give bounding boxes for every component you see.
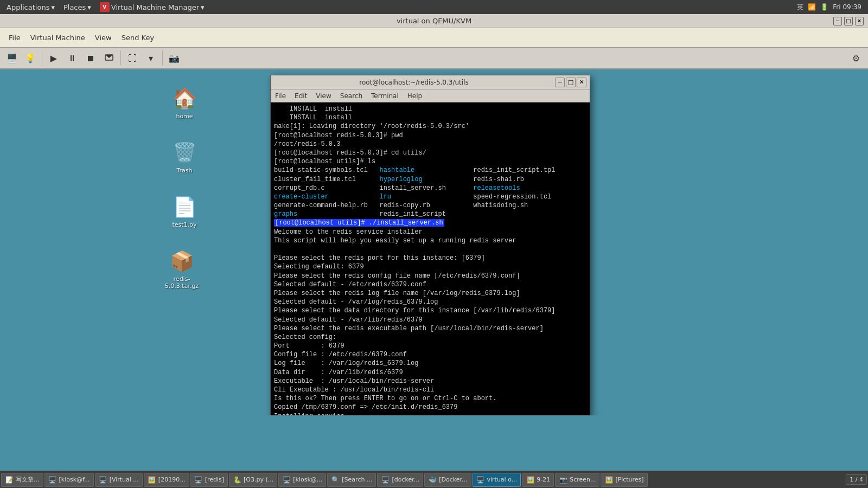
term-view-menu[interactable]: View bbox=[311, 91, 335, 101]
taskbar-item-0[interactable]: 📝 写文章... bbox=[1, 473, 43, 487]
system-menubar: Applications ▾ Places ▾ V Virtual Machin… bbox=[0, 0, 868, 14]
term-ls-3: corrupt_rdb.c install_server.sh releaset… bbox=[274, 184, 586, 192]
taskbar-item-13[interactable]: 🖼️ [Pictures] bbox=[601, 473, 647, 487]
taskbar-label-5: [O3.py (... bbox=[244, 476, 273, 483]
toolbar-separator-3 bbox=[162, 50, 163, 66]
play-icon-btn[interactable]: ▶ bbox=[45, 49, 62, 67]
taskbar-item-2[interactable]: 🖥️ [Virtual ... bbox=[95, 473, 143, 487]
settings-icon-btn[interactable]: ⚙ bbox=[847, 49, 865, 67]
taskbar-item-8[interactable]: 🖥️ [docker... bbox=[377, 473, 423, 487]
terminal-maximize-btn[interactable]: □ bbox=[566, 78, 576, 87]
close-button[interactable]: ✕ bbox=[855, 17, 864, 25]
taskbar-icon-6: 🖥️ bbox=[282, 476, 291, 484]
desktop-icon-home[interactable]: 🏠 home bbox=[163, 86, 206, 120]
desktop-icon-test1py[interactable]: 📄 test1.py bbox=[163, 194, 206, 228]
term-config-default: Selected default - /etc/redis/6379.conf bbox=[274, 280, 586, 289]
desktop-icon-trash[interactable]: 🗑️ Trash bbox=[163, 140, 206, 174]
taskbar-item-9[interactable]: 🐳 [Docker... bbox=[424, 473, 471, 487]
taskbar-icon-0: 📝 bbox=[5, 476, 14, 484]
expand-icon-btn[interactable]: ⛶ bbox=[124, 49, 141, 67]
taskbar-icon-13: 🖼️ bbox=[604, 476, 613, 484]
desktop-icon-redis-tar[interactable]: 📦 redis-5.0.3.tar.gz bbox=[160, 248, 203, 290]
term-file-menu[interactable]: File bbox=[271, 91, 290, 101]
terminal-content[interactable]: INSTALL install INSTALL install make[1]:… bbox=[271, 102, 590, 415]
places-label: Places bbox=[63, 3, 86, 11]
applications-label: Applications bbox=[7, 3, 49, 11]
taskbar-label-0: 写文章... bbox=[16, 476, 40, 484]
taskbar-icon-7: 🔍 bbox=[331, 476, 340, 484]
term-ls-2: cluster_fail_time.tcl hyperloglog redis-… bbox=[274, 175, 586, 184]
svg-marker-1 bbox=[105, 55, 113, 58]
term-cfg-file: Config file : /etc/redis/6379.conf bbox=[274, 350, 586, 359]
taskbar-item-1[interactable]: 🖥️ [kiosk@f... bbox=[44, 473, 94, 487]
maximize-button[interactable]: □ bbox=[844, 17, 853, 25]
terminal-title: root@localhost:~/redis-5.0.3/utils bbox=[274, 79, 554, 86]
taskbar-item-10[interactable]: 🖥️ virtual o... bbox=[473, 473, 521, 487]
taskbar-icon-8: 🖥️ bbox=[381, 476, 390, 484]
terminal-minimize-btn[interactable]: ─ bbox=[555, 78, 565, 87]
term-log-default: Selected default - /var/log/redis_6379.l… bbox=[274, 298, 586, 306]
term-edit-menu[interactable]: Edit bbox=[290, 91, 311, 101]
pause-icon-btn[interactable]: ⏸ bbox=[63, 49, 81, 67]
language-indicator: 英 bbox=[797, 3, 803, 12]
taskbar-item-5[interactable]: 🐍 [O3.py (... bbox=[229, 473, 277, 487]
vmm-menu[interactable]: V Virtual Machine Manager ▾ bbox=[95, 1, 209, 13]
display-icon-btn[interactable]: 🖥️ bbox=[3, 49, 21, 67]
taskbar-item-3[interactable]: 🖼️ [20190... bbox=[144, 473, 189, 487]
taskbar-label-7: [Search ... bbox=[342, 476, 372, 483]
terminal-close-btn[interactable]: ✕ bbox=[577, 78, 586, 87]
taskbar-item-6[interactable]: 🖥️ [kiosk@... bbox=[278, 473, 326, 487]
term-port-prompt: Please select the redis port for this in… bbox=[274, 254, 586, 262]
screenshot-icon-btn[interactable]: 📷 bbox=[165, 49, 183, 67]
term-installing: Installing service... bbox=[274, 412, 586, 415]
vmm-label: Virtual Machine Manager bbox=[111, 3, 199, 11]
term-copied: Copied /tmp/6379.conf => /etc/init.d/red… bbox=[274, 403, 586, 412]
term-help-menu[interactable]: Help bbox=[403, 91, 426, 101]
taskbar-icon-3: 🖼️ bbox=[148, 476, 156, 484]
minimize-button[interactable]: ─ bbox=[833, 17, 842, 25]
taskbar-label-3: [20190... bbox=[158, 476, 186, 483]
bulb-icon-btn[interactable]: 💡 bbox=[22, 49, 39, 67]
term-exec-prompt: Please select the redis executable path … bbox=[274, 324, 586, 333]
term-ls-5: generate-command-help.rb redis-copy.rb w… bbox=[274, 201, 586, 210]
taskbar-icon-10: 🖥️ bbox=[476, 476, 485, 484]
term-port-default: Selecting default: 6379 bbox=[274, 262, 586, 271]
taskbar-item-4[interactable]: 🖥️ [redis] bbox=[190, 473, 228, 487]
stop-icon-btn[interactable]: ⏹ bbox=[82, 49, 99, 67]
term-line-4: [root@localhost redis-5.0.3]# pwd bbox=[274, 131, 586, 140]
menubar-right: 英 📶 🔋 Fri 09:39 bbox=[797, 3, 866, 12]
taskbar-item-7[interactable]: 🔍 [Search ... bbox=[327, 473, 376, 487]
taskbar-label-1: [kiosk@f... bbox=[59, 476, 90, 483]
term-line-7: [root@localhost utils]# ls bbox=[274, 157, 586, 166]
term-config-header: Selected config: bbox=[274, 333, 586, 342]
term-line-3: make[1]: Leaving directory '/root/redis-… bbox=[274, 122, 586, 131]
vmm-logo: V bbox=[100, 2, 110, 12]
taskbar-label-6: [kiosk@... bbox=[293, 476, 322, 483]
taskbar-icon-1: 🖥️ bbox=[48, 476, 57, 484]
trash-icon-label: Trash bbox=[176, 167, 192, 174]
taskbar-label-13: [Pictures] bbox=[615, 476, 643, 483]
places-arrow: ▾ bbox=[87, 3, 91, 11]
taskbar-label-4: [redis] bbox=[205, 476, 224, 483]
send-icon-btn[interactable] bbox=[100, 49, 118, 67]
network-icon: 📶 bbox=[808, 3, 816, 11]
taskbar-item-11[interactable]: 🖼️ 9-21 bbox=[522, 473, 554, 487]
places-menu[interactable]: Places ▾ bbox=[59, 2, 95, 12]
term-search-menu[interactable]: Search bbox=[336, 91, 367, 101]
test1py-icon: 📄 bbox=[171, 194, 197, 220]
vm-view-menu[interactable]: View bbox=[91, 31, 116, 44]
vm-sendkey-menu[interactable]: Send Key bbox=[117, 31, 158, 44]
term-ls-1: build-static-symbols.tcl hashtable redis… bbox=[274, 166, 586, 175]
vm-virtualmachine-menu[interactable]: Virtual Machine bbox=[26, 31, 90, 44]
vm-menubar: File Virtual Machine View Send Key bbox=[0, 28, 868, 48]
vm-file-menu[interactable]: File bbox=[4, 31, 25, 44]
applications-menu[interactable]: Applications ▾ bbox=[2, 2, 59, 12]
vm-window-titlebar: virtual on QEMU/KVM ─ □ ✕ bbox=[0, 14, 868, 28]
taskbar-item-12[interactable]: 📷 Screen... bbox=[555, 473, 599, 487]
term-terminal-menu[interactable]: Terminal bbox=[367, 91, 403, 101]
term-cfg-cli: Cli Executable : /usr/local/bin/redis-cl… bbox=[274, 386, 586, 394]
window-controls: ─ □ ✕ bbox=[833, 17, 864, 25]
term-line-6: [root@localhost redis-5.0.3]# cd utils/ bbox=[274, 149, 586, 157]
term-cfg-data: Data dir : /var/lib/redis/6379 bbox=[274, 368, 586, 377]
expand-dropdown-btn[interactable]: ▾ bbox=[142, 49, 159, 67]
